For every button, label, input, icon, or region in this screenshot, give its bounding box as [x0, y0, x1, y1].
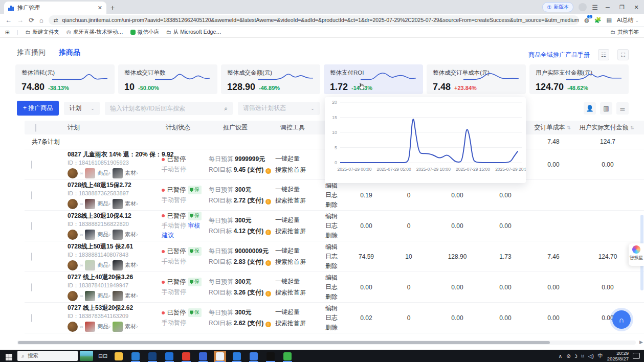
op-link[interactable]: 日志 — [325, 313, 347, 323]
chart-columns-icon[interactable]: ▥ — [600, 102, 612, 115]
product-thumbnail[interactable] — [85, 199, 95, 209]
product-thumbnail[interactable] — [85, 168, 95, 178]
shop-avatar[interactable] — [68, 168, 78, 178]
customer-service-button[interactable]: ∩ — [612, 310, 631, 329]
op-link[interactable]: 编辑 — [325, 304, 347, 313]
other-bookmarks-button[interactable]: 🗀其他书签 — [610, 29, 639, 36]
product-link[interactable]: 商品› — [97, 231, 110, 239]
extensions-puzzle-icon[interactable]: 🧩 — [594, 17, 602, 24]
product-manual-link[interactable]: 商品全域推广产品手册 — [528, 51, 590, 59]
task-view-icon[interactable]: ⊟⊡ — [98, 353, 107, 359]
header-order-cost[interactable]: 交订单成本 ⇅ — [528, 123, 579, 132]
metric-card-2[interactable]: 整体成交金额(元)128.90-46.89% — [221, 64, 320, 94]
touchpad-off-icon[interactable]: ⊘ — [566, 353, 570, 359]
row-checkbox[interactable] — [31, 283, 32, 291]
browser-tab[interactable]: 推广管理 ✕ — [4, 2, 106, 14]
material-link[interactable]: 素材› — [125, 231, 138, 239]
taskbar-search-box[interactable]: ⌕ 搜索 — [17, 351, 78, 361]
shop-avatar[interactable] — [68, 260, 78, 270]
shop-avatar[interactable] — [68, 291, 78, 301]
taskbar-app-blue-app[interactable] — [197, 351, 209, 362]
op-link[interactable]: 日志 — [325, 190, 347, 200]
bookmark-item[interactable]: ◎虎牙直播-技术驱动… — [66, 29, 123, 36]
plan-title[interactable]: 0728线上50退15 保2.61 — [68, 242, 154, 251]
shop-avatar[interactable] — [68, 230, 78, 240]
site-info-icon[interactable]: ⇄ — [54, 17, 58, 23]
op-link[interactable]: 编辑 — [325, 212, 347, 221]
product-thumbnail[interactable] — [85, 322, 95, 332]
metric-card-4[interactable]: 整体成交订单成本(元)7.48+23.84% — [427, 64, 526, 94]
tool-link[interactable]: 搜索抢首屏 — [275, 165, 318, 176]
product-link[interactable]: 商品› — [97, 200, 110, 208]
scroll-right-arrow-icon[interactable]: ▶ — [639, 340, 643, 345]
material-link[interactable]: 素材› — [125, 323, 138, 331]
op-link[interactable]: 日志 — [325, 221, 347, 231]
layout-switch-icon[interactable]: ☷ — [598, 49, 609, 60]
taskbar-app-file-explorer[interactable] — [113, 351, 125, 362]
taskbar-app-browser-blue[interactable] — [231, 351, 243, 362]
new-version-button[interactable]: ① 新版本 — [542, 2, 573, 12]
metric-card-5[interactable]: 用户实际支付金额(元)124.70-48.62% — [529, 64, 629, 94]
tool-link[interactable]: 一键起量 — [275, 215, 318, 226]
horizontal-scrollbar-thumb[interactable] — [18, 341, 550, 344]
material-link[interactable]: 素材› — [125, 261, 138, 269]
side-panel-icon[interactable]: ▤ — [607, 17, 612, 24]
metric-card-0[interactable]: 整体消耗(元)74.80-38.13% — [15, 64, 115, 94]
material-thumbnail[interactable] — [113, 168, 123, 178]
microphone-icon[interactable]: ʖ — [575, 353, 578, 359]
tool-link[interactable]: 搜索抢首屏 — [275, 287, 318, 299]
tool-link[interactable]: 一键起量 — [275, 307, 318, 318]
apps-grid-icon[interactable]: ⊞ — [5, 29, 10, 35]
tool-link[interactable]: 一键起量 — [275, 245, 318, 257]
plan-search-input[interactable] — [110, 105, 224, 112]
url-bar[interactable]: ⇄ qianchuan.jinritemai.com/uni-prom?aavi… — [49, 15, 579, 25]
window-maximize-button[interactable]: ❐ — [617, 4, 627, 11]
material-thumbnail[interactable] — [113, 230, 123, 240]
forward-button-icon[interactable]: → — [17, 16, 24, 24]
horizontal-scrollbar[interactable]: ▶ — [17, 341, 636, 345]
metric-card-3[interactable]: 整体支付ROI1.72-14.43% — [324, 64, 423, 94]
row-checkbox[interactable] — [31, 161, 32, 169]
tab-product[interactable]: 推商品 — [59, 48, 80, 57]
product-link[interactable]: 商品› — [97, 169, 110, 177]
tool-link[interactable]: 一键起量 — [275, 276, 318, 287]
op-link[interactable]: 日志 — [325, 282, 347, 292]
row-checkbox[interactable] — [31, 191, 32, 199]
notification-center-icon[interactable] — [633, 353, 640, 359]
taskbar-app-qianchuan-app[interactable] — [214, 351, 226, 362]
bookmark-item[interactable]: 🗀新建文件夹 — [26, 29, 60, 36]
material-link[interactable]: 素材› — [125, 292, 138, 300]
tool-link[interactable]: 搜索抢首屏 — [275, 257, 318, 268]
metric-card-1[interactable]: 整体成交订单数10-50.00% — [118, 64, 217, 94]
taskbar-clock[interactable]: 20:292025/8/27 — [607, 350, 629, 362]
fullscreen-icon[interactable]: ⛶ — [617, 49, 629, 60]
product-thumbnail[interactable] — [85, 291, 95, 301]
material-thumbnail[interactable] — [113, 291, 123, 301]
product-link[interactable]: 商品› — [97, 292, 110, 300]
row-checkbox[interactable] — [31, 222, 32, 230]
assistant-widget[interactable]: 智投星 — [629, 243, 644, 266]
ime-language-indicator[interactable]: 中 — [598, 352, 603, 359]
material-thumbnail[interactable] — [113, 199, 123, 209]
shop-avatar[interactable] — [68, 199, 78, 209]
review-suggestion-link[interactable]: 审核建议 — [162, 222, 200, 239]
tool-link[interactable]: 一键起量 — [275, 153, 318, 165]
start-button[interactable] — [0, 351, 17, 360]
material-thumbnail[interactable] — [113, 322, 123, 332]
volume-icon[interactable]: ◁) — [588, 353, 594, 359]
product-link[interactable]: 商品› — [97, 323, 110, 331]
op-link[interactable]: 编辑 — [325, 242, 347, 252]
plan-title[interactable]: 0827 儿童雨衣 14% 退：20% 保：9.92 — [68, 150, 154, 159]
plan-title[interactable]: 0728线上30退10保4.12 — [68, 212, 154, 220]
product-thumbnail[interactable] — [85, 230, 95, 240]
promote-product-button[interactable]: + 推广商品 — [17, 101, 59, 116]
window-close-button[interactable]: ✕ — [632, 4, 641, 11]
tray-expand-icon[interactable]: ∧ — [559, 353, 562, 359]
tool-link[interactable]: 搜索抢首屏 — [275, 226, 318, 237]
select-all-checkbox[interactable] — [35, 124, 36, 132]
taskbar-app-edge-browser[interactable] — [129, 351, 142, 362]
material-link[interactable]: 素材› — [125, 200, 138, 208]
op-link[interactable]: 删除 — [325, 323, 347, 332]
tool-link[interactable]: 搜索抢首屏 — [275, 195, 318, 207]
home-button-icon[interactable]: ⌂ — [39, 16, 43, 24]
